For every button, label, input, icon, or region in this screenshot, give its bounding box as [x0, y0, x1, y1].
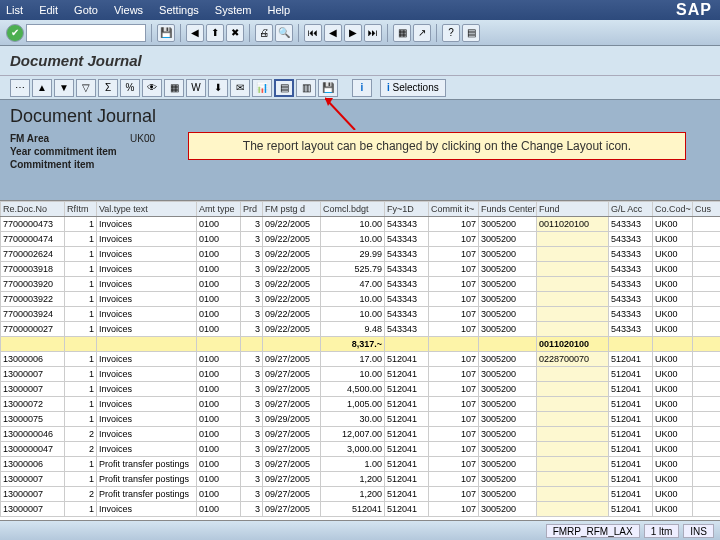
meta-commit-item: Commitment item — [10, 159, 710, 170]
graphic-icon[interactable]: 📊 — [252, 79, 272, 97]
col-header[interactable]: G/L Acc — [609, 202, 653, 217]
menu-help[interactable]: Help — [268, 4, 291, 16]
col-header[interactable]: RfItm — [65, 202, 97, 217]
find-icon[interactable]: 🔍 — [275, 24, 293, 42]
selections-button[interactable]: i Selections — [380, 79, 446, 97]
layout-icon[interactable]: ▤ — [462, 24, 480, 42]
back-icon[interactable]: ◀ — [186, 24, 204, 42]
col-header[interactable]: Cus — [693, 202, 721, 217]
change-layout-icon[interactable]: ▤ — [274, 79, 294, 97]
callout-tooltip: The report layout can be changed by clic… — [188, 132, 686, 160]
mail-icon[interactable]: ✉ — [230, 79, 250, 97]
first-page-icon[interactable]: ⏮ — [304, 24, 322, 42]
table-row[interactable]: 130000072Profit transfer postings0100309… — [1, 487, 721, 502]
subtotal-icon[interactable]: % — [120, 79, 140, 97]
table-row[interactable]: 77000000271Invoices0100309/22/20059.4854… — [1, 322, 721, 337]
menu-goto[interactable]: Goto — [74, 4, 98, 16]
sb-client: 1 ltm — [644, 524, 680, 538]
col-header[interactable]: Prd — [241, 202, 263, 217]
table-row[interactable]: 130000061Profit transfer postings0100309… — [1, 457, 721, 472]
col-header[interactable]: Fund — [537, 202, 609, 217]
table-row[interactable]: 77000039221Invoices0100309/22/200510.005… — [1, 292, 721, 307]
sort-asc-icon[interactable]: ▲ — [32, 79, 52, 97]
content-header: Document Journal FM Area UK00 Year commi… — [0, 100, 720, 200]
col-header[interactable]: Fy~1D — [385, 202, 429, 217]
help-icon[interactable]: ? — [442, 24, 460, 42]
col-header[interactable]: Funds Center — [479, 202, 537, 217]
table-row[interactable]: 8,317.~0011020100 — [1, 337, 721, 352]
table-row[interactable]: 130000721Invoices0100309/27/20051,005.00… — [1, 397, 721, 412]
enter-button[interactable]: ✔ — [6, 24, 24, 42]
export-icon[interactable]: ⬇ — [208, 79, 228, 97]
table-row[interactable]: 130000071Profit transfer postings0100309… — [1, 472, 721, 487]
total-icon[interactable]: Σ — [98, 79, 118, 97]
word-icon[interactable]: W — [186, 79, 206, 97]
menu-list[interactable]: List — [6, 4, 23, 16]
sort-desc-icon[interactable]: ▼ — [54, 79, 74, 97]
cancel-icon[interactable]: ✖ — [226, 24, 244, 42]
select-layout-icon[interactable]: ▥ — [296, 79, 316, 97]
col-header[interactable]: Comcl.bdgt — [321, 202, 385, 217]
next-page-icon[interactable]: ▶ — [344, 24, 362, 42]
table-row[interactable]: 77000026241Invoices0100309/22/200529.995… — [1, 247, 721, 262]
statusbar: FMRP_RFM_LAX 1 ltm INS — [0, 520, 720, 540]
menu-views[interactable]: Views — [114, 4, 143, 16]
col-header[interactable]: Co.Cod~ — [653, 202, 693, 217]
table-row[interactable]: 130000751Invoices0100309/29/200530.00512… — [1, 412, 721, 427]
table-row[interactable]: 130000061Invoices0100309/27/200517.00512… — [1, 352, 721, 367]
table-row[interactable]: 77000039181Invoices0100309/22/2005525.79… — [1, 262, 721, 277]
col-header[interactable]: Commit it~ — [429, 202, 479, 217]
table-row[interactable]: 130000071Invoices0100309/27/200510.00512… — [1, 367, 721, 382]
report-table: Re.Doc.NoRfItmVal.type textAmt typePrdFM… — [0, 201, 720, 517]
table-row[interactable]: 77000039241Invoices0100309/22/200510.005… — [1, 307, 721, 322]
new-session-icon[interactable]: ▦ — [393, 24, 411, 42]
menu-system[interactable]: System — [215, 4, 252, 16]
exit-icon[interactable]: ⬆ — [206, 24, 224, 42]
table-row[interactable]: 130000071Invoices0100309/27/20054,500.00… — [1, 382, 721, 397]
prev-page-icon[interactable]: ◀ — [324, 24, 342, 42]
sb-sys: INS — [683, 524, 714, 538]
filter-icon[interactable]: ▽ — [76, 79, 96, 97]
table-row[interactable]: 13000000462Invoices0100309/27/200512,007… — [1, 427, 721, 442]
arrow-annotation — [325, 90, 365, 130]
table-row[interactable]: 77000039201Invoices0100309/22/200547.005… — [1, 277, 721, 292]
table-row[interactable]: 77000004731Invoices0100309/22/200510.005… — [1, 217, 721, 232]
table-row[interactable]: 130000071Invoices0100309/27/200551204151… — [1, 502, 721, 517]
last-page-icon[interactable]: ⏭ — [364, 24, 382, 42]
page-title: Document Journal — [0, 46, 720, 76]
print-icon[interactable]: 🖨 — [255, 24, 273, 42]
details-icon[interactable]: ⋯ — [10, 79, 30, 97]
save-icon[interactable]: 💾 — [157, 24, 175, 42]
command-field[interactable] — [26, 24, 146, 42]
col-header[interactable]: Re.Doc.No — [1, 202, 65, 217]
menu-settings[interactable]: Settings — [159, 4, 199, 16]
shortcut-icon[interactable]: ↗ — [413, 24, 431, 42]
table-row[interactable]: 13000000472Invoices0100309/27/20053,000.… — [1, 442, 721, 457]
col-header[interactable]: Val.type text — [97, 202, 197, 217]
sb-server: FMRP_RFM_LAX — [546, 524, 640, 538]
col-header[interactable]: Amt type — [197, 202, 241, 217]
table-row[interactable]: 77000004741Invoices0100309/22/200510.005… — [1, 232, 721, 247]
print-preview-icon[interactable]: 👁 — [142, 79, 162, 97]
sap-logo: SAP — [676, 1, 712, 19]
menubar: List Edit Goto Views Settings System Hel… — [0, 0, 720, 20]
standard-toolbar: ✔ 💾 ◀ ⬆ ✖ 🖨 🔍 ⏮ ◀ ▶ ⏭ ▦ ↗ ? ▤ — [0, 20, 720, 46]
excel-icon[interactable]: ▦ — [164, 79, 184, 97]
menu-edit[interactable]: Edit — [39, 4, 58, 16]
report-table-wrap: Re.Doc.NoRfItmVal.type textAmt typePrdFM… — [0, 200, 720, 536]
col-header[interactable]: FM pstg d — [263, 202, 321, 217]
